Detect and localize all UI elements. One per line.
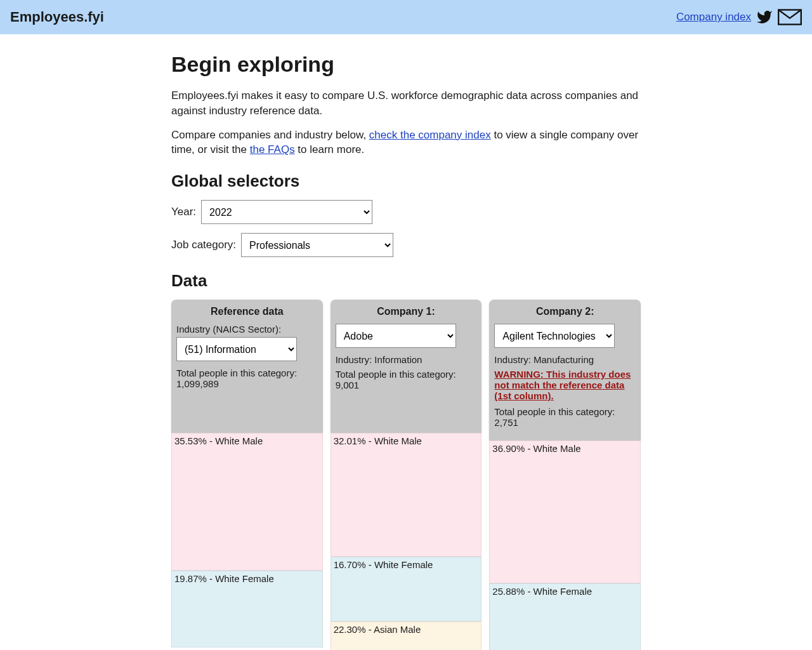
company-index-link[interactable]: Company index bbox=[676, 11, 751, 23]
topbar-right: Company index bbox=[676, 9, 802, 25]
data-heading: Data bbox=[171, 271, 641, 291]
twitter-icon[interactable] bbox=[755, 9, 774, 25]
job-category-label: Job category: bbox=[171, 239, 236, 251]
data-grid: Reference data Industry (NAICS Sector): … bbox=[171, 300, 641, 650]
company1-select[interactable]: Adobe bbox=[336, 324, 456, 348]
company1-industry: Industry: Information bbox=[336, 354, 477, 365]
reference-bars: 35.53% - White Male19.87% - White Female bbox=[171, 433, 323, 647]
year-selector-row: Year: 2022 bbox=[171, 200, 641, 224]
company1-title: Company 1: bbox=[336, 306, 477, 317]
company2-bars: 36.90% - White Male25.88% - White Female bbox=[489, 441, 641, 650]
industry-mismatch-warning[interactable]: WARNING: This industry does not match th… bbox=[494, 369, 636, 401]
job-category-selector-row: Job category: Professionals bbox=[171, 233, 641, 257]
intro-paragraph-1: Employees.fyi makes it easy to compare U… bbox=[171, 88, 641, 119]
bar-segment: 22.30% - Asian Male bbox=[331, 621, 482, 650]
reference-total: Total people in this category: 1,099,989 bbox=[176, 368, 318, 389]
global-selectors-heading: Global selectors bbox=[171, 171, 641, 191]
main-container: Begin exploring Employees.fyi makes it e… bbox=[165, 34, 647, 650]
company2-column: Company 2: Agilent Technologies Industry… bbox=[489, 300, 641, 650]
bar-segment: 32.01% - White Male bbox=[331, 433, 482, 557]
bar-segment: 19.87% - White Female bbox=[171, 571, 323, 647]
brand[interactable]: Employees.fyi bbox=[10, 9, 104, 25]
page-title: Begin exploring bbox=[171, 52, 641, 77]
company2-column-header: Company 2: Agilent Technologies Industry… bbox=[489, 300, 641, 441]
faqs-link[interactable]: the FAQs bbox=[250, 143, 295, 156]
year-select[interactable]: 2022 bbox=[201, 200, 372, 224]
industry-label: Industry (NAICS Sector): bbox=[176, 324, 318, 335]
company1-column: Company 1: Adobe Industry: Information T… bbox=[331, 300, 482, 650]
company1-bars: 32.01% - White Male16.70% - White Female… bbox=[331, 433, 482, 650]
bar-segment: 25.88% - White Female bbox=[489, 583, 641, 650]
company1-total: Total people in this category: 9,001 bbox=[336, 369, 477, 390]
bar-segment: 16.70% - White Female bbox=[331, 557, 482, 621]
check-company-index-link[interactable]: check the company index bbox=[369, 129, 491, 141]
job-category-select[interactable]: Professionals bbox=[241, 233, 393, 257]
company2-total: Total people in this category: 2,751 bbox=[494, 406, 636, 428]
company2-title: Company 2: bbox=[494, 306, 636, 317]
industry-select[interactable]: (51) Information bbox=[176, 337, 297, 361]
reference-title: Reference data bbox=[176, 306, 318, 317]
year-label: Year: bbox=[171, 206, 196, 218]
company1-column-header: Company 1: Adobe Industry: Information T… bbox=[331, 300, 482, 433]
intro-paragraph-2: Compare companies and industry below, ch… bbox=[171, 128, 641, 158]
topbar: Employees.fyi Company index bbox=[0, 0, 812, 34]
bar-segment: 35.53% - White Male bbox=[171, 433, 323, 571]
company2-industry: Industry: Manufacturing bbox=[494, 354, 636, 365]
mail-icon[interactable] bbox=[778, 9, 802, 25]
bar-segment: 36.90% - White Male bbox=[489, 441, 641, 583]
reference-column: Reference data Industry (NAICS Sector): … bbox=[171, 300, 323, 650]
reference-column-header: Reference data Industry (NAICS Sector): … bbox=[171, 300, 323, 433]
company2-select[interactable]: Agilent Technologies bbox=[494, 324, 615, 348]
